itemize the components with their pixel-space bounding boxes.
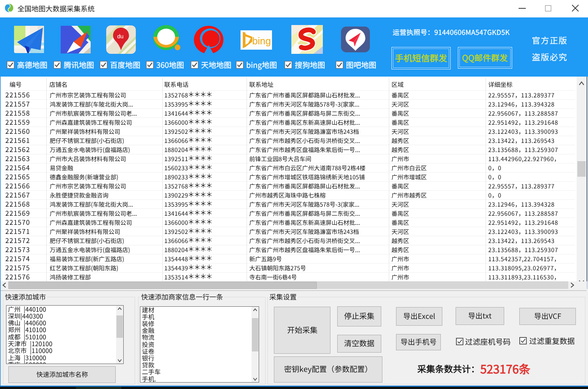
svg-text:du: du <box>117 33 124 39</box>
svg-text:bing: bing <box>252 35 271 47</box>
